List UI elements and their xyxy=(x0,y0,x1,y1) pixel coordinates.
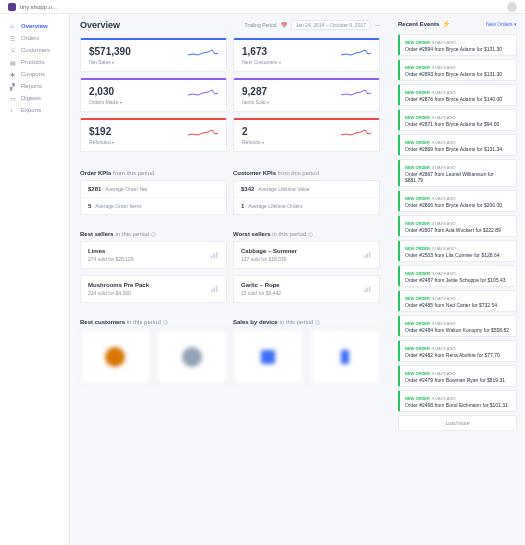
event-text: Order #2876 from Bryce Adams for $140.00 xyxy=(405,96,511,102)
sidebar-item-digests[interactable]: ▭Digests xyxy=(0,92,69,104)
sidebar-item-overview[interactable]: ⌂Overview xyxy=(0,20,69,32)
event-time: 3 DAYS AGO xyxy=(432,196,456,201)
event-card[interactable]: NEW ORDER3 DAYS AGOOrder #2479 from Bowm… xyxy=(398,365,517,387)
page-header: Overview Trailing Period 📅 Jan 24, 2014 … xyxy=(80,20,380,30)
sidebar-item-label: Coupons xyxy=(21,71,45,77)
best-sellers-title: Best sellers in this periodi xyxy=(80,231,227,237)
event-tag: NEW ORDER xyxy=(405,346,430,351)
events-filter-link[interactable]: New Orders ▾ xyxy=(486,21,517,27)
metrics-grid: $571,390Net Sales ▾1,673New Customers ▾2… xyxy=(80,38,380,152)
sparkline xyxy=(341,128,371,138)
event-time: 3 DAYS AGO xyxy=(432,40,456,45)
svg-rect-1 xyxy=(213,254,215,259)
info-icon[interactable]: i xyxy=(151,232,156,237)
event-tag: NEW ORDER xyxy=(405,165,430,170)
event-time: 3 DAYS AGO xyxy=(432,65,456,70)
seller-card[interactable]: Garlic – Rope15 sold for $5,442 xyxy=(233,275,380,303)
best-customers-title: Best customers in this periodi xyxy=(80,319,227,325)
kpi-label: Average Order Net xyxy=(105,186,147,192)
event-card[interactable]: NEW ORDER3 DAYS AGOOrder #2869 from Bryc… xyxy=(398,134,517,156)
info-icon[interactable]: i xyxy=(163,320,168,325)
bar-chart-icon xyxy=(211,252,219,258)
sidebar-item-label: Products xyxy=(21,59,45,65)
kpi-value: 5 xyxy=(88,203,91,209)
nav-icon: ↓ xyxy=(10,107,16,113)
kpi-item: $281Average Order Net xyxy=(81,181,226,198)
event-card[interactable]: NEW ORDER3 DAYS AGOOrder #2893 from Bryc… xyxy=(398,59,517,81)
svg-rect-7 xyxy=(366,254,368,259)
event-time: 3 DAYS AGO xyxy=(432,346,456,351)
kpi-item: 5Average Order Items xyxy=(81,198,226,214)
event-card[interactable]: NEW ORDER3 DAYS AGOOrder #2487 from Jett… xyxy=(398,265,517,287)
sparkline xyxy=(188,128,218,138)
nav-icon: ✚ xyxy=(10,71,16,77)
metric-card[interactable]: 9,287Items Sold ▾ xyxy=(233,78,380,112)
sidebar-item-customers[interactable]: ☺Customers xyxy=(0,44,69,56)
svg-rect-11 xyxy=(369,286,371,292)
event-tag: NEW ORDER xyxy=(405,296,430,301)
event-card[interactable]: NEW ORDER3 DAYS AGOOrder #2484 from Walt… xyxy=(398,315,517,337)
date-range-picker[interactable]: Jan 24, 2014 – October 9, 2017 xyxy=(291,20,371,30)
event-time: 3 DAYS AGO xyxy=(432,221,456,226)
info-icon[interactable]: i xyxy=(315,320,320,325)
event-card[interactable]: NEW ORDER3 DAYS AGOOrder #2482 from Rena… xyxy=(398,340,517,362)
kpi-item: 1Average Lifetime Orders xyxy=(234,198,379,214)
seller-card[interactable]: Limes274 sold for $28,129 xyxy=(80,241,227,269)
event-card[interactable]: NEW ORDER3 DAYS AGOOrder #2871 from Bryc… xyxy=(398,109,517,131)
sparkline xyxy=(341,48,371,58)
sidebar-item-products[interactable]: ▤Products xyxy=(0,56,69,68)
sidebar-item-coupons[interactable]: ✚Coupons xyxy=(0,68,69,80)
svg-rect-0 xyxy=(211,255,213,258)
worst-sellers-title: Worst sellers in this periodi xyxy=(233,231,380,237)
sparkline xyxy=(341,88,371,98)
bar-chart-icon xyxy=(364,252,372,258)
metric-card[interactable]: 1,673New Customers ▾ xyxy=(233,38,380,72)
metric-label: Net Sales ▾ xyxy=(89,59,218,65)
event-card[interactable]: NEW ORDER3 DAYS AGOOrder #2866 from Bryc… xyxy=(398,190,517,212)
event-card[interactable]: NEW ORDER3 DAYS AGOOrder #2867 from Leon… xyxy=(398,159,517,187)
seller-stat: 214 sold for $4,260 xyxy=(88,290,219,296)
sidebar-item-orders[interactable]: ☰Orders xyxy=(0,32,69,44)
metric-card[interactable]: $192Refunded ▾ xyxy=(80,118,227,152)
blurred-card xyxy=(310,329,381,384)
metric-label: Refunds ▾ xyxy=(242,139,371,145)
dropdown-caret-icon[interactable]: ⋯ xyxy=(375,22,380,28)
sidebar-item-reports[interactable]: ▞Reports xyxy=(0,80,69,92)
seller-card[interactable]: Mushrooms Pre Pack214 sold for $4,260 xyxy=(80,275,227,303)
sidebar-item-label: Exports xyxy=(21,107,41,113)
order-kpis-title: Order KPIs from this period xyxy=(80,170,227,176)
event-card[interactable]: NEW ORDER3 DAYS AGOOrder #2503 from Lila… xyxy=(398,240,517,262)
event-card[interactable]: NEW ORDER3 DAYS AGOOrder #2876 from Bryc… xyxy=(398,84,517,106)
sparkline xyxy=(188,88,218,98)
event-text: Order #2503 from Lila Cormier for $128.6… xyxy=(405,252,511,258)
bar-chart-icon xyxy=(211,286,219,292)
user-avatar[interactable] xyxy=(507,2,517,12)
svg-rect-4 xyxy=(213,288,215,293)
event-card[interactable]: NEW ORDER3 DAYS AGOOrder #2485 from Ned … xyxy=(398,290,517,312)
load-more-button[interactable]: Load more xyxy=(398,415,517,431)
info-icon[interactable]: i xyxy=(308,232,313,237)
customer-kpis-title: Customer KPIs from this period xyxy=(233,170,380,176)
kpi-value: $281 xyxy=(88,186,101,192)
event-card[interactable]: NEW ORDER3 DAYS AGOOrder #2807 from Ada … xyxy=(398,215,517,237)
kpi-label: Average Order Items xyxy=(95,203,141,209)
main-content: Overview Trailing Period 📅 Jan 24, 2014 … xyxy=(70,0,390,545)
sidebar-item-exports[interactable]: ↓Exports xyxy=(0,104,69,116)
seller-name: Garlic – Rope xyxy=(241,282,372,288)
metric-card[interactable]: 2Refunds ▾ xyxy=(233,118,380,152)
trailing-label: Trailing Period xyxy=(245,22,277,28)
event-text: Order #2482 from Rena Abshire for $77.70 xyxy=(405,352,511,358)
seller-card[interactable]: Cabbage – Summer137 sold for $18,030 xyxy=(233,241,380,269)
event-card[interactable]: NEW ORDER3 DAYS AGOOrder #2894 from Bryc… xyxy=(398,34,517,56)
bar-chart-icon xyxy=(364,286,372,292)
event-text: Order #2894 from Bryce Adams for $131.30 xyxy=(405,46,511,52)
events-panel: Recent Events ⚡ New Orders ▾ NEW ORDER3 … xyxy=(390,0,525,545)
sidebar-item-label: Reports xyxy=(21,83,42,89)
event-tag: NEW ORDER xyxy=(405,371,430,376)
metric-label: Orders Made ▾ xyxy=(89,99,218,105)
event-time: 3 DAYS AGO xyxy=(432,140,456,145)
metric-card[interactable]: 2,030Orders Made ▾ xyxy=(80,78,227,112)
event-card[interactable]: NEW ORDER3 DAYS AGOOrder #2498 from Bond… xyxy=(398,390,517,412)
domain-label: tiny.shopp.u... xyxy=(20,4,57,10)
metric-card[interactable]: $571,390Net Sales ▾ xyxy=(80,38,227,72)
